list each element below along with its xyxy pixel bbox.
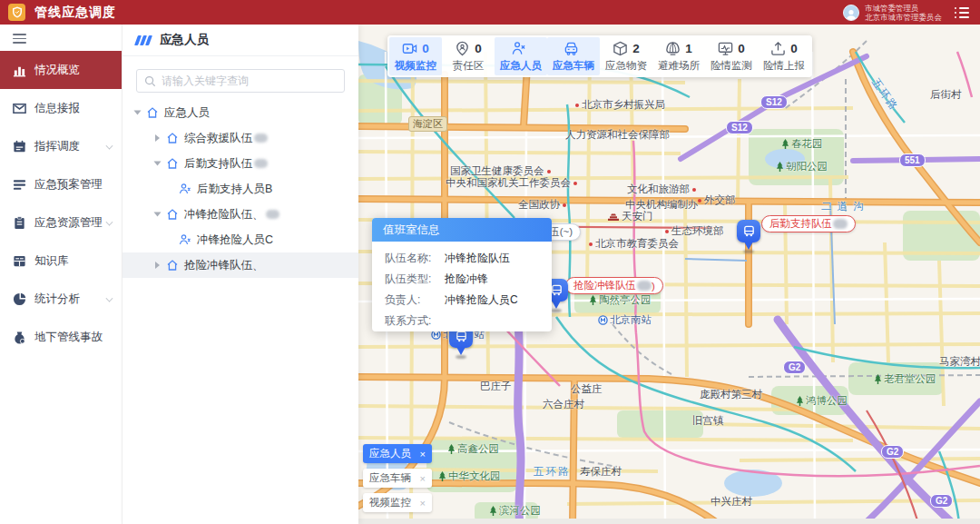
map-label-poi: 文化和旅游部 <box>627 183 696 196</box>
popup-row: 联系方式: <box>385 311 552 331</box>
upload-icon <box>770 41 786 56</box>
sidebar-item-label: 应急资源管理 <box>34 215 103 231</box>
toolbar-responsibility-zone[interactable]: 0 责任区 <box>442 37 495 75</box>
map-label-poi: 生态环境部 <box>665 224 724 238</box>
duty-room-popup: 值班室信息 队伍名称:冲锋抢险队伍 队伍类型:抢险冲锋 负责人:冲锋抢险人员C … <box>372 218 552 331</box>
chevron-down-icon <box>106 295 113 302</box>
tree-node-team[interactable]: 综合救援队伍 <box>122 125 358 151</box>
house-icon <box>166 259 179 272</box>
caret-icon[interactable] <box>154 162 162 166</box>
bar-chart-icon <box>13 64 26 77</box>
tree-node-label: 抢险冲锋队伍、 <box>184 258 264 273</box>
map-label-poi: 人力资源和社会保障部 <box>565 128 670 142</box>
top-menu-icon[interactable] <box>955 7 969 18</box>
tree-node-person[interactable]: 冲锋抢险人员C <box>122 227 358 252</box>
tree-node-label: 冲锋抢险人员C <box>197 232 273 248</box>
highway-shield: G2 <box>783 361 806 374</box>
caret-icon[interactable] <box>154 213 162 217</box>
map-marker-vehicle[interactable] <box>737 220 760 253</box>
tree-node-label: 后勤支持人员B <box>197 182 272 197</box>
sidebar-item-label: 信息接报 <box>34 101 80 116</box>
tree-node-team[interactable]: 冲锋抢险队伍、 <box>122 202 358 227</box>
caret-icon[interactable] <box>134 111 142 115</box>
tree-node-root[interactable]: 应急人员 <box>122 100 358 125</box>
user-info: 市城管委管理员 北京市城市管理委员会 <box>865 4 942 22</box>
sidebar-item-dispatch[interactable]: 指挥调度 <box>0 127 122 165</box>
video-icon <box>402 41 417 56</box>
panel-title-icon <box>136 35 152 45</box>
map-label-road: 五环路 <box>534 465 571 479</box>
tree-node-label: 冲锋抢险队伍、 <box>184 207 264 222</box>
map-bubble-team[interactable]: 抢险冲锋队伍) <box>565 277 663 294</box>
app-window: 管线应急调度 市城管委管理员 北京市城市管理委员会 情况概览 信息接报 指挥调度 <box>0 0 980 524</box>
toolbar-risk-monitoring[interactable]: 0 险情监测 <box>705 37 758 75</box>
tree-node-team[interactable]: 后勤支持队伍 <box>122 151 358 176</box>
map-label-park: 春花园 <box>781 137 823 151</box>
sidebar-item-resource-mgmt[interactable]: 应急资源管理 <box>0 203 122 242</box>
person-icon <box>179 183 191 195</box>
toolbar-emergency-vehicle[interactable]: 应急车辆 <box>547 37 600 75</box>
caret-icon[interactable] <box>155 134 160 142</box>
tree-node-person[interactable]: 后勤支持人员B <box>122 176 358 202</box>
mail-icon <box>13 102 26 115</box>
sidebar-item-label: 地下管线事故 <box>34 330 103 345</box>
sidebar-item-label: 指挥调度 <box>34 139 80 154</box>
map-label-village: 公益庄 <box>571 382 603 396</box>
sidebar-item-plan-mgmt[interactable]: 应急预案管理 <box>0 165 122 203</box>
car-icon <box>564 41 579 56</box>
toolbar-video-monitor[interactable]: 0 视频监控 <box>389 37 442 75</box>
sidebar-item-label: 情况概览 <box>34 63 80 78</box>
sidebar-item-pipeline-accident[interactable]: 地下管线事故 <box>0 318 122 356</box>
accident-icon <box>13 331 26 344</box>
sidebar-item-label: 知识库 <box>34 253 69 269</box>
tree-search-box <box>136 69 345 93</box>
close-icon[interactable]: × <box>420 498 426 509</box>
toolbar-shelter[interactable]: 1 避难场所 <box>652 37 705 75</box>
layer-tag-personnel[interactable]: 应急人员× <box>363 444 432 463</box>
map-label-park: 中华文化园 <box>438 470 501 483</box>
sidebar-item-info-report[interactable]: 信息接报 <box>0 89 122 127</box>
sidebar-item-overview[interactable]: 情况概览 <box>0 51 122 89</box>
popup-row: 负责人:冲锋抢险人员C <box>385 290 552 311</box>
house-icon <box>166 132 179 144</box>
user-org: 北京市城市管理委员会 <box>865 13 942 22</box>
map-label-village: 巴庄子 <box>480 380 512 393</box>
sidebar-item-statistics[interactable]: 统计分析 <box>0 280 122 318</box>
pie-chart-icon <box>13 292 26 306</box>
map-bubble-team[interactable]: 后勤支持队伍 <box>761 215 856 232</box>
caret-icon[interactable] <box>155 262 160 269</box>
close-icon[interactable]: × <box>420 449 426 460</box>
search-input[interactable] <box>162 74 337 87</box>
panel-title: 应急人员 <box>160 32 209 48</box>
monitor-icon <box>718 41 733 56</box>
chevron-down-icon <box>106 219 113 226</box>
map-label-village: 六合庄村 <box>543 398 584 411</box>
sidebar-item-knowledge-base[interactable]: 知识库 <box>0 242 122 280</box>
sidebar-collapse-icon[interactable] <box>13 34 26 44</box>
personnel-tree: 应急人员 综合救援队伍 后勤支持队伍 后勤支持人员B 冲锋抢险队伍、 <box>122 100 358 278</box>
list-icon <box>13 178 26 192</box>
map-label-village: 庞殿村第三村 <box>700 388 762 401</box>
toolbar-emergency-personnel[interactable]: 应急人员 <box>495 37 547 75</box>
emergency-personnel-panel: 应急人员 应急人员 综合救援队伍 后勤支持队伍 <box>122 25 358 524</box>
tiananmen-icon <box>607 212 620 222</box>
user-avatar[interactable] <box>843 5 859 21</box>
close-icon[interactable]: × <box>420 473 426 484</box>
sidebar: 情况概览 信息接报 指挥调度 应急预案管理 应急资源管理 知识库 统计分析 <box>0 25 122 524</box>
tree-node-team-selected[interactable]: 抢险冲锋队伍、 <box>122 252 358 278</box>
toolbar-emergency-supplies[interactable]: 2 应急物资 <box>600 37 652 75</box>
tree-node-label: 综合救援队伍 <box>184 131 252 146</box>
clipboard-icon <box>13 216 26 230</box>
layer-tag-vehicle[interactable]: 应急车辆× <box>363 469 432 488</box>
map-label-park: 朝阳公园 <box>776 160 828 173</box>
map-canvas[interactable]: 海淀区 北京市乡村振兴局 人力资源和社会保障部 后街村 春花园 朝阳公园 国家卫… <box>358 25 980 524</box>
map-label-village: 旧宫镇 <box>692 414 724 428</box>
popup-row: 队伍类型:抢险冲锋 <box>385 269 552 290</box>
highway-shield: G2 <box>881 445 904 459</box>
highway-shield: 551 <box>899 153 926 167</box>
layer-tag-video[interactable]: 视频监控× <box>363 493 432 512</box>
sidebar-item-label: 统计分析 <box>34 292 80 307</box>
map-label-park: 滨河公园 <box>489 504 541 518</box>
toolbar-risk-reporting[interactable]: 0 险情上报 <box>758 37 810 75</box>
highway-shield: G2 <box>930 494 953 508</box>
